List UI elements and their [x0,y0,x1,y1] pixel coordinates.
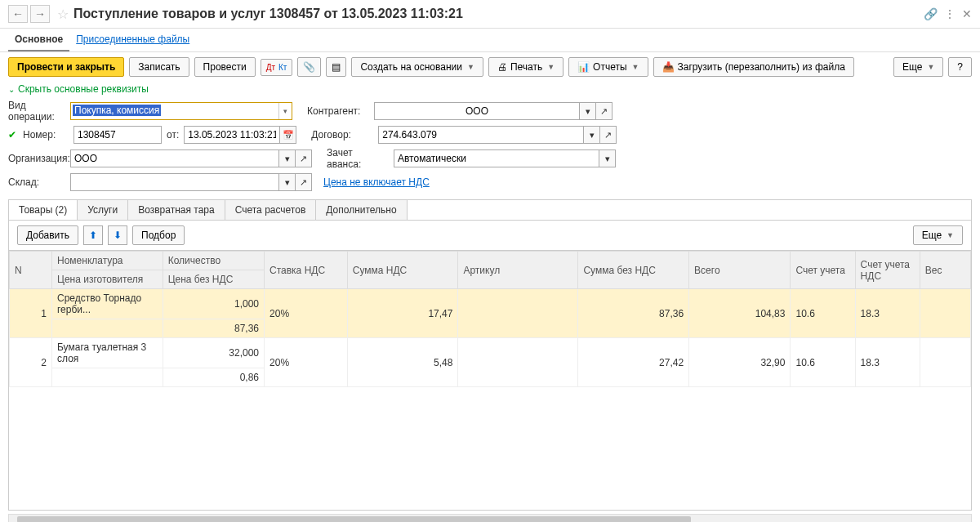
tab-attached-files[interactable]: Присоединенные файлы [69,29,196,51]
label-number: Номер: [23,129,69,141]
label-advance: Зачет аванса: [327,147,389,170]
label-org: Организация: [8,153,65,164]
col-vat-account[interactable]: Счет учета НДС [855,252,920,289]
move-down-button[interactable]: ⬇ [108,225,127,245]
post-button[interactable]: Провести [194,57,256,77]
tab-main[interactable]: Основное [8,29,69,51]
more-icon[interactable]: ⋮ [944,7,956,20]
col-nomenclature[interactable]: Номенклатура [52,252,163,270]
window-title: Поступление товаров и услуг 1308457 от 1… [74,7,924,21]
open-icon[interactable]: ↗ [600,126,617,144]
contract-field[interactable] [378,126,584,144]
col-vat-rate[interactable]: Ставка НДС [265,252,348,289]
more-button[interactable]: Еще▼ [893,57,943,77]
dropdown-icon[interactable]: ▾ [599,149,616,167]
label-contract: Договор: [311,129,373,141]
goods-grid[interactable]: N Номенклатура Количество Ставка НДС Сум… [8,250,972,511]
detail-tabs: Товары (2) Услуги Возвратная тара Счета … [8,199,972,220]
posted-icon: ✔ [8,129,18,141]
create-based-button[interactable]: Создать на основании▼ [351,57,483,77]
pick-button[interactable]: Подбор [132,225,185,245]
subtab-returnable[interactable]: Возвратная тара [128,200,225,220]
form-requisites: Вид операции: Покупка, комиссия ▾ Контра… [0,100,980,199]
table-row[interactable]: 2 Бумага туалетная 3 слоя 32,000 20% 5,4… [10,338,971,368]
label-warehouse: Склад: [8,176,65,188]
favorite-star-icon[interactable]: ☆ [57,7,69,22]
collapse-main-requisites[interactable]: ⌄ Скрыть основные реквизиты [0,82,980,96]
save-button[interactable]: Записать [129,57,189,77]
price-no-vat-link[interactable]: Цена не включает НДС [323,176,430,188]
dropdown-icon[interactable]: ▾ [279,149,296,167]
col-manufacturer-price[interactable]: Цена изготовителя [52,270,163,289]
date-field[interactable] [184,126,280,144]
dropdown-icon[interactable]: ▾ [584,126,600,144]
open-icon[interactable]: ↗ [296,173,312,191]
nav-forward-button[interactable]: → [30,5,50,23]
dropdown-icon[interactable]: ▾ [279,173,296,191]
subtab-additional[interactable]: Дополнительно [316,200,407,220]
attach-icon-button[interactable]: 📎 [297,57,321,77]
calendar-icon[interactable]: 📅 [280,126,296,144]
dtkt-icon-button[interactable]: ДтКт [261,59,293,76]
col-price-no-vat[interactable]: Цена без НДС [163,270,264,289]
chevron-down-icon: ⌄ [8,85,15,94]
window-header: ← → ☆ Поступление товаров и услуг 130845… [0,0,980,29]
op-type-field[interactable]: Покупка, комиссия ▾ [70,102,292,120]
link-icon[interactable]: 🔗 [924,7,938,20]
col-vat-amount[interactable]: Сумма НДС [347,252,458,289]
dropdown-icon[interactable]: ▾ [580,102,596,120]
add-row-button[interactable]: Добавить [17,225,78,245]
org-field[interactable] [70,149,279,167]
subtab-goods[interactable]: Товары (2) [9,200,78,220]
col-article[interactable]: Артикул [458,252,578,289]
number-field[interactable] [74,126,162,144]
label-op-type: Вид операции: [8,100,65,123]
reports-button[interactable]: 📊 Отчеты▼ [568,57,648,77]
warehouse-field[interactable] [70,173,279,191]
horizontal-scrollbar[interactable] [8,514,972,523]
col-quantity[interactable]: Количество [163,252,264,270]
open-icon[interactable]: ↗ [296,149,312,167]
move-up-button[interactable]: ⬆ [83,225,103,245]
col-weight[interactable]: Вес [920,252,970,289]
load-from-file-button[interactable]: 📥 Загрузить (перезаполнить) из файла [653,57,854,77]
col-account[interactable]: Счет учета [791,252,855,289]
grid-toolbar: Добавить ⬆ ⬇ Подбор Еще▼ [8,220,972,250]
post-and-close-button[interactable]: Провести и закрыть [8,57,124,77]
help-button[interactable]: ? [948,57,972,77]
col-total[interactable]: Всего [689,252,791,289]
open-icon[interactable]: ↗ [596,102,612,120]
dropdown-icon[interactable]: ▾ [278,103,292,119]
col-sum-no-vat[interactable]: Сумма без НДС [578,252,689,289]
label-counterparty: Контрагент: [307,105,369,117]
grid-more-button[interactable]: Еще▼ [913,225,963,245]
subtab-accounts[interactable]: Счета расчетов [225,200,317,220]
main-toolbar: Провести и закрыть Записать Провести ДтК… [0,52,980,82]
structure-icon-button[interactable]: ▤ [326,57,346,77]
subtab-services[interactable]: Услуги [78,200,128,220]
print-button[interactable]: 🖨 Печать▼ [488,57,564,77]
counterparty-field[interactable] [374,102,580,120]
table-row[interactable]: 1 Средство Торнадо герби... 1,000 20% 17… [10,289,971,319]
label-date: от: [167,129,179,141]
advance-field[interactable] [394,149,599,167]
close-icon[interactable]: ✕ [962,7,972,20]
main-tabs: Основное Присоединенные файлы [0,29,980,52]
nav-back-button[interactable]: ← [8,5,28,23]
col-n[interactable]: N [10,252,52,289]
